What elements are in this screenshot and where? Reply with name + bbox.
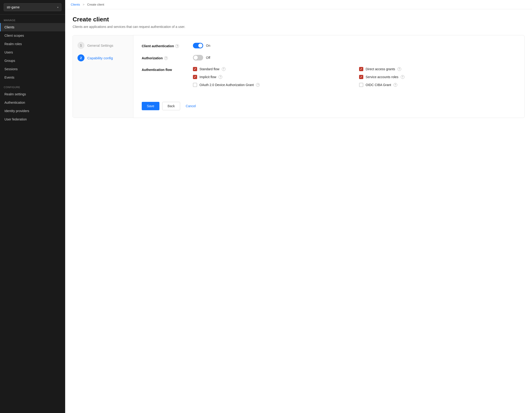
step-2[interactable]: 2 Capability config [77, 55, 128, 61]
client-auth-control: On [193, 43, 210, 48]
authorization-help-icon[interactable]: ? [164, 56, 168, 60]
oidc-ciba-checkbox[interactable] [359, 83, 363, 87]
breadcrumb-separator: > [83, 3, 85, 6]
auth-flow-label: Authentication flow [142, 67, 193, 72]
breadcrumb-current: Create client [87, 3, 104, 6]
save-button[interactable]: Save [142, 102, 159, 110]
sidebar-item-realm-settings[interactable]: Realm settings [0, 90, 65, 98]
service-accounts-roles-help-icon[interactable]: ? [401, 75, 404, 79]
authorization-toggle[interactable] [193, 55, 203, 60]
authorization-status: Off [206, 56, 210, 60]
sidebar-item-client-scopes[interactable]: Client scopes [0, 31, 65, 40]
sidebar-item-clients[interactable]: Clients [0, 23, 65, 31]
step-2-circle: 2 [77, 55, 85, 61]
client-auth-toggle-knob [198, 44, 202, 48]
client-auth-label: Client authentication ? [142, 44, 193, 48]
standard-flow-help-icon[interactable]: ? [222, 67, 226, 71]
sidebar: str-game ▾ Manage Clients Client scopes … [0, 0, 65, 413]
sidebar-item-groups[interactable]: Groups [0, 56, 65, 65]
oauth-device-help-icon[interactable]: ? [256, 83, 260, 87]
main-content: Clients > Create client Create client Cl… [65, 0, 532, 413]
form-footer: Save Back Cancel [142, 96, 516, 110]
standard-flow-item: Standard flow ? [193, 67, 350, 71]
breadcrumb: Clients > Create client [65, 0, 532, 9]
direct-access-grants-help-icon[interactable]: ? [398, 67, 401, 71]
sidebar-item-identity-providers[interactable]: Identity providers [0, 107, 65, 115]
authorization-label-group: Authorization ? [142, 55, 193, 60]
cancel-button[interactable]: Cancel [183, 102, 199, 110]
page-title: Create client [73, 16, 524, 23]
oidc-ciba-label: OIDC CIBA Grant [366, 83, 391, 87]
authorization-row: Authorization ? Off [142, 55, 516, 60]
sidebar-header: str-game ▾ [0, 0, 65, 15]
authorization-label: Authorization ? [142, 56, 193, 60]
authorization-toggle-knob [194, 55, 198, 60]
realm-name: str-game [7, 5, 19, 9]
step-1-circle: 1 [77, 42, 85, 49]
implicit-flow-checkbox[interactable] [193, 75, 197, 79]
sidebar-item-users[interactable]: Users [0, 48, 65, 56]
back-button[interactable]: Back [162, 102, 180, 110]
step-2-label: Capability config [87, 56, 113, 60]
service-accounts-roles-checkbox[interactable] [359, 75, 363, 79]
direct-access-grants-item: Direct access grants ? [359, 67, 516, 71]
implicit-flow-item: Implicit flow ? [193, 75, 350, 79]
client-auth-label-group: Client authentication ? [142, 43, 193, 48]
sidebar-item-authentication[interactable]: Authentication [0, 98, 65, 107]
sidebar-item-user-federation[interactable]: User federation [0, 115, 65, 123]
implicit-flow-help-icon[interactable]: ? [218, 75, 222, 79]
service-accounts-roles-item: Service accounts roles ? [359, 75, 516, 79]
step-1[interactable]: 1 General Settings [77, 42, 128, 49]
direct-access-grants-checkbox[interactable] [359, 67, 363, 71]
realm-selector[interactable]: str-game ▾ [4, 3, 61, 11]
breadcrumb-parent[interactable]: Clients [71, 3, 80, 6]
sidebar-item-events[interactable]: Events [0, 73, 65, 82]
implicit-flow-label: Implicit flow [200, 75, 216, 79]
form-layout: 1 General Settings 2 Capability config C… [73, 35, 524, 118]
oauth-device-item: OAuth 2.0 Device Authorization Grant ? [193, 83, 350, 87]
auth-flow-options: Standard flow ? Direct access grants ? [193, 67, 516, 87]
oidc-ciba-item: OIDC CIBA Grant ? [359, 83, 516, 87]
sidebar-item-realm-roles[interactable]: Realm roles [0, 40, 65, 48]
client-auth-toggle[interactable] [193, 43, 203, 48]
direct-access-grants-label: Direct access grants [366, 67, 395, 71]
steps-panel: 1 General Settings 2 Capability config [73, 35, 133, 118]
manage-section-label: Manage [0, 15, 65, 23]
client-auth-help-icon[interactable]: ? [175, 44, 179, 48]
oauth-device-checkbox[interactable] [193, 83, 197, 87]
configure-section-label: Configure [0, 82, 65, 90]
form-panel: Client authentication ? On [133, 35, 524, 118]
sidebar-item-sessions[interactable]: Sessions [0, 65, 65, 73]
chevron-down-icon: ▾ [57, 6, 58, 9]
client-auth-status: On [206, 44, 210, 47]
authorization-control: Off [193, 55, 210, 60]
auth-flow-row: Authentication flow Standard flow ? Dire… [142, 67, 516, 87]
client-auth-row: Client authentication ? On [142, 43, 516, 48]
standard-flow-checkbox[interactable] [193, 67, 197, 71]
service-accounts-roles-label: Service accounts roles [366, 75, 399, 79]
page-content: Create client Clients are applications a… [65, 9, 532, 413]
step-1-label: General Settings [87, 44, 113, 47]
page-subtitle: Clients are applications and services th… [73, 25, 524, 29]
oauth-device-label: OAuth 2.0 Device Authorization Grant [200, 83, 254, 87]
oidc-ciba-help-icon[interactable]: ? [394, 83, 397, 87]
standard-flow-label: Standard flow [200, 67, 219, 71]
